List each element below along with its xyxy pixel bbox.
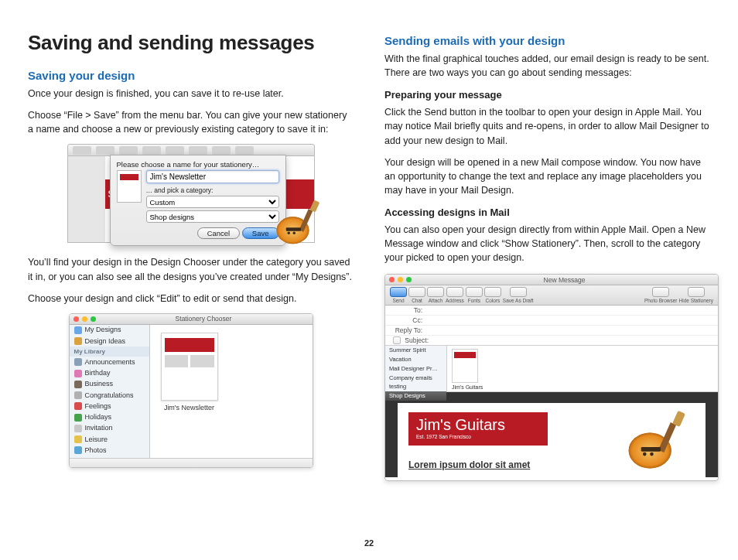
minimize-icon[interactable]: [82, 316, 87, 322]
figure-mail-compose: New Message Send Chat Attach Address Fon…: [384, 274, 719, 481]
stationery-category[interactable]: Vacation: [385, 355, 446, 364]
para: Click the Send button in the toolbar to …: [384, 105, 710, 147]
stationery-category-selected[interactable]: Shop Designs: [385, 391, 446, 401]
minimize-icon[interactable]: [398, 277, 403, 282]
heading-saving: Saving your design: [28, 69, 354, 82]
address-button[interactable]: Address: [446, 287, 464, 303]
page-number: 22: [0, 538, 738, 548]
save-draft-button[interactable]: Save As Draft: [503, 287, 534, 303]
chat-button[interactable]: Chat: [408, 287, 425, 303]
para: You’ll find your design in the Design Ch…: [28, 255, 354, 283]
para: Choose “File > Save” from the menu bar. …: [28, 108, 354, 136]
sidebar-item[interactable]: Business: [70, 379, 149, 390]
stationery-card-caption: Jim's Guitars: [452, 384, 483, 390]
zoom-icon[interactable]: [91, 316, 96, 322]
sidebar-item[interactable]: Photos: [70, 445, 149, 456]
save-prompt-label: Please choose a name for your stationery…: [117, 160, 279, 169]
fonts-button[interactable]: Fonts: [466, 287, 483, 303]
mail-body-preview: Jim's Guitars Est. 1972 San Francisco Lo…: [385, 392, 718, 477]
header-menu-button[interactable]: [393, 336, 401, 344]
stationery-name-input[interactable]: [146, 170, 279, 183]
heading-sending: Sending emails with your design: [384, 34, 710, 47]
guitar-icon: [274, 196, 328, 245]
category-select-2[interactable]: Shop designs: [146, 210, 279, 223]
colors-button[interactable]: Colors: [484, 287, 501, 303]
sidebar-item[interactable]: Invitation: [70, 423, 149, 434]
stationery-category-list: Summer Spirit Vacation Mail Designer Pr……: [385, 346, 447, 391]
subject-label: Subject:: [401, 336, 432, 344]
stationery-category[interactable]: Company emails: [385, 374, 446, 383]
attach-button[interactable]: Attach: [427, 287, 444, 303]
sidebar-item[interactable]: Birthday: [70, 368, 149, 379]
sidebar-item[interactable]: Announcements: [70, 357, 149, 367]
reply-label: Reply To:: [390, 326, 425, 334]
stationery-category[interactable]: Mail Designer Pr…: [385, 364, 446, 374]
para: Once your design is finished, you can sa…: [28, 87, 354, 101]
stationery-category[interactable]: testing: [385, 382, 446, 391]
cancel-button[interactable]: Cancel: [197, 227, 241, 239]
sidebar: My Designs Design Ideas My Library Annou…: [70, 325, 150, 458]
hide-stationery-button[interactable]: Hide Stationery: [679, 287, 713, 303]
design-card[interactable]: Jim's Newsletter: [161, 333, 218, 411]
subheading-accessing: Accessing designs in Mail: [384, 207, 710, 218]
category-label: … and pick a category:: [146, 186, 279, 194]
sidebar-item[interactable]: Holidays: [70, 412, 149, 423]
sidebar-item[interactable]: Feelings: [70, 401, 149, 411]
close-icon[interactable]: [73, 316, 79, 322]
send-button[interactable]: Send: [390, 287, 407, 303]
reply-input[interactable]: [425, 326, 713, 334]
to-label: To:: [390, 306, 425, 314]
cc-label: Cc:: [390, 316, 425, 324]
stationery-card[interactable]: Jim's Guitars: [452, 349, 483, 390]
window-title: Stationery Chooser: [99, 315, 309, 323]
email-banner: Jim's Guitars Est. 1972 San Francisco: [408, 412, 548, 446]
figure-save-dialog: s Guitars Please choose a name for your …: [67, 144, 315, 244]
zoom-icon[interactable]: [406, 277, 412, 282]
para: With the final graphical touches added, …: [384, 52, 710, 80]
design-card-caption: Jim's Newsletter: [161, 404, 218, 411]
save-sheet: Please choose a name for your stationery…: [110, 155, 286, 246]
para: Choose your design and click “Edit” to e…: [28, 292, 354, 306]
window-title: New Message: [415, 276, 714, 284]
photo-browser-button[interactable]: Photo Browser: [644, 287, 678, 303]
subheading-preparing: Preparing your message: [384, 89, 710, 101]
stationery-thumbnail: [117, 170, 142, 203]
sidebar-item[interactable]: Leisure: [70, 434, 149, 445]
stationery-category[interactable]: Summer Spirit: [385, 346, 446, 355]
mail-headers: To: Cc: Reply To: Subject:: [385, 306, 718, 346]
close-icon[interactable]: [389, 277, 395, 282]
mail-toolbar: Send Chat Attach Address Fonts Colors Sa…: [385, 285, 718, 306]
sidebar-item-my-designs[interactable]: My Designs: [70, 325, 149, 336]
figure-stationery-chooser: Stationery Chooser My Designs Design Ide…: [69, 313, 313, 468]
para: You can also open your design directly f…: [384, 223, 710, 265]
subject-input[interactable]: [432, 336, 713, 344]
sidebar-item-design-ideas[interactable]: Design Ideas: [70, 336, 149, 347]
to-input[interactable]: [425, 306, 713, 314]
sidebar-item[interactable]: Congratulations: [70, 390, 149, 401]
para: Your design will be opened in a new Mail…: [384, 155, 710, 197]
guitar-icon: [625, 406, 696, 470]
category-select-1[interactable]: Custom: [146, 196, 279, 208]
page-title: Saving and sending messages: [28, 31, 354, 55]
sidebar-header-library: My Library: [70, 347, 149, 357]
sidebar-item[interactable]: Sentiments: [70, 456, 149, 458]
cc-input[interactable]: [425, 316, 713, 324]
